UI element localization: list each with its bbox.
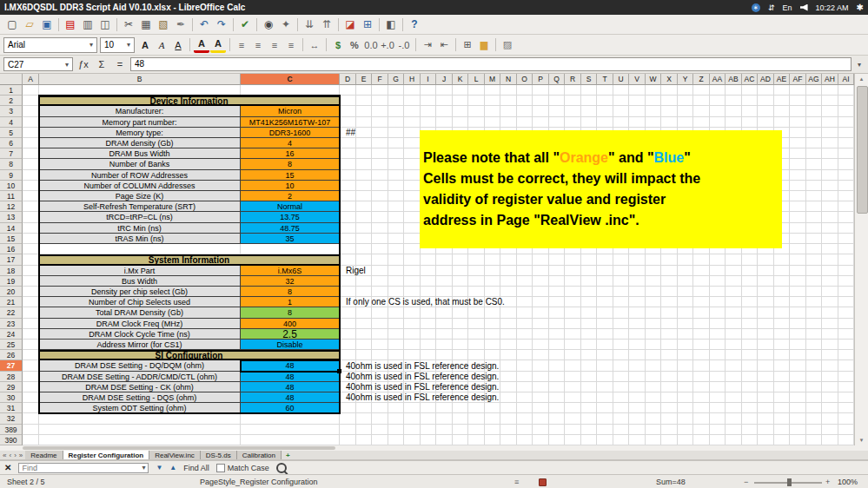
column-header-B[interactable]: B xyxy=(39,74,241,85)
cell-D27-note[interactable]: 40ohm is used in FSL reference design. xyxy=(342,360,832,372)
row-header-16[interactable]: 16 xyxy=(0,244,23,254)
cell-B7[interactable]: DRAM Bus Width xyxy=(39,148,241,159)
cell-B20[interactable]: Density per chip select (Gb) xyxy=(39,287,241,297)
cell-C13[interactable]: 13.75 xyxy=(241,212,340,223)
row-header-29[interactable]: 29 xyxy=(0,382,23,392)
row-header-5[interactable]: 5 xyxy=(0,128,23,138)
cell-B27[interactable]: DRAM DSE Setting - DQ/DQM (ohm) xyxy=(39,360,241,372)
cell-B12[interactable]: Self-Refresh Temperature (SRT) xyxy=(39,201,241,212)
bold-icon[interactable]: A xyxy=(137,36,153,54)
vertical-scrollbar[interactable]: ▴ ▾ xyxy=(854,74,868,445)
sort-ascending-icon[interactable]: ⇊ xyxy=(301,16,318,33)
paste-icon[interactable]: ▧ xyxy=(155,16,172,33)
cell-C8[interactable]: 8 xyxy=(241,159,340,170)
select-all-corner[interactable] xyxy=(0,74,23,85)
align-left-icon[interactable]: ≡ xyxy=(234,36,249,54)
row-header-390[interactable]: 390 xyxy=(0,435,23,445)
column-header-AI[interactable]: AI xyxy=(838,74,854,85)
row-header-9[interactable]: 9 xyxy=(0,170,23,181)
open-icon[interactable]: ▱ xyxy=(21,16,38,33)
cell-B24[interactable]: DRAM Clock Cycle Time (ns) xyxy=(39,329,241,340)
sheet-tab-ds-5-ds[interactable]: DS-5.ds xyxy=(201,451,237,459)
column-header-A[interactable]: A xyxy=(23,74,39,85)
row-header-27[interactable]: 27 xyxy=(0,360,23,372)
formula-input[interactable]: 48 xyxy=(130,57,851,71)
sort-descending-icon[interactable]: ⇈ xyxy=(318,16,335,33)
decimal-add-icon[interactable]: +.0 xyxy=(380,36,395,54)
keyboard-layout-indicator[interactable]: En xyxy=(783,3,792,12)
cell-B11[interactable]: Page Size (K) xyxy=(39,191,241,201)
cell-reference-box[interactable]: C27 ▾ xyxy=(3,57,73,71)
decimal-remove-icon[interactable]: -.0 xyxy=(396,36,412,54)
column-header-C[interactable]: C xyxy=(241,74,340,85)
row-header-24[interactable]: 24 xyxy=(0,329,23,340)
zoom-out-icon[interactable]: − xyxy=(744,478,748,486)
row-header-7[interactable]: 7 xyxy=(0,148,23,159)
network-arrows-icon[interactable]: ⇵ xyxy=(768,3,775,12)
navigator-icon[interactable]: ✦ xyxy=(277,16,295,33)
cell-C12[interactable]: Normal xyxy=(241,201,340,212)
scroll-down-icon[interactable]: ▾ xyxy=(855,437,868,444)
justify-icon[interactable]: ≡ xyxy=(283,36,299,54)
cell-C27[interactable]: 48 xyxy=(241,360,340,372)
section-header-si-configuration[interactable]: SI Configuration xyxy=(39,350,340,360)
column-header-AH[interactable]: AH xyxy=(822,74,838,85)
first-sheet-icon[interactable]: « xyxy=(3,452,6,459)
cell-C10[interactable]: 10 xyxy=(241,181,340,191)
vertical-scrollbar-thumb[interactable] xyxy=(857,86,868,214)
row-header-32[interactable]: 32 xyxy=(0,413,23,425)
row-header-12[interactable]: 12 xyxy=(0,201,23,212)
zoom-in-icon[interactable]: + xyxy=(825,478,830,486)
match-case-checkbox[interactable] xyxy=(216,464,225,472)
italic-icon[interactable]: A xyxy=(154,36,169,54)
conditional-formatting-icon[interactable]: ▨ xyxy=(500,36,515,54)
align-right-icon[interactable]: ≡ xyxy=(267,36,282,54)
find-and-replace-icon[interactable] xyxy=(276,463,287,473)
sheet-tab-readme[interactable]: Readme xyxy=(25,451,63,459)
cell-D29-note[interactable]: 40ohm is used in FSL reference design. xyxy=(342,382,832,392)
row-header-6[interactable]: 6 xyxy=(0,138,23,148)
zoom-slider-thumb[interactable] xyxy=(787,478,792,486)
column-header-H[interactable]: H xyxy=(404,74,421,85)
help-icon[interactable]: ? xyxy=(406,16,423,33)
column-header-Z[interactable]: Z xyxy=(693,74,710,85)
cell-C22[interactable]: 8 xyxy=(241,307,340,319)
find-next-icon[interactable]: ▼ xyxy=(156,464,162,472)
find-input[interactable]: Find ▾ xyxy=(18,463,149,473)
column-header-J[interactable]: J xyxy=(436,74,453,85)
column-header-I[interactable]: I xyxy=(421,74,436,85)
sheet-tab-realview-inc[interactable]: RealView.inc xyxy=(149,451,201,459)
column-header-AF[interactable]: AF xyxy=(790,74,806,85)
cell-B3[interactable]: Manufacturer: xyxy=(39,106,241,117)
cell-B21[interactable]: Number of Chip Selects used xyxy=(39,297,241,307)
background-color-icon[interactable]: ▆ xyxy=(476,36,492,54)
column-header-G[interactable]: G xyxy=(388,74,404,85)
cell-D30-note[interactable]: 40ohm is used in FSL reference design. xyxy=(342,392,832,403)
cell-D18-note[interactable]: Rigel xyxy=(342,266,832,276)
cell-B14[interactable]: tRC Min (ns) xyxy=(39,223,241,234)
find-previous-icon[interactable]: ▲ xyxy=(169,464,176,472)
undo-icon[interactable]: ↶ xyxy=(195,16,213,33)
column-header-V[interactable]: V xyxy=(629,74,646,85)
sheet-tab-calibration[interactable]: Calibration xyxy=(237,451,282,459)
cell-C25[interactable]: Disable xyxy=(241,340,340,350)
bluetooth-icon[interactable]: ∗ xyxy=(752,3,760,12)
column-header-AE[interactable]: AE xyxy=(774,74,790,85)
cell-C21[interactable]: 1 xyxy=(241,297,340,307)
selection-mode-indicator[interactable]: ≡ xyxy=(514,478,519,486)
column-header-Y[interactable]: Y xyxy=(678,74,693,85)
indent-decrease-icon[interactable]: ⇤ xyxy=(436,36,452,54)
cell-C3[interactable]: Micron xyxy=(241,106,340,117)
add-sheet-icon[interactable]: + xyxy=(282,451,295,459)
cell-B10[interactable]: Number of COLUMN Addresses xyxy=(39,181,241,191)
row-header-26[interactable]: 26 xyxy=(0,350,23,360)
column-header-P[interactable]: P xyxy=(533,74,549,85)
cell-B18[interactable]: i.Mx Part xyxy=(39,266,241,276)
cell-C29[interactable]: 48 xyxy=(241,382,340,392)
cell-B23[interactable]: DRAM Clock Freq (MHz) xyxy=(39,319,241,329)
column-header-R[interactable]: R xyxy=(565,74,581,85)
next-sheet-icon[interactable]: › xyxy=(14,452,17,459)
cell-B13[interactable]: tRCD=tRP=CL (ns) xyxy=(39,212,241,223)
cell-C31[interactable]: 60 xyxy=(241,403,340,413)
row-header-2[interactable]: 2 xyxy=(0,96,23,106)
